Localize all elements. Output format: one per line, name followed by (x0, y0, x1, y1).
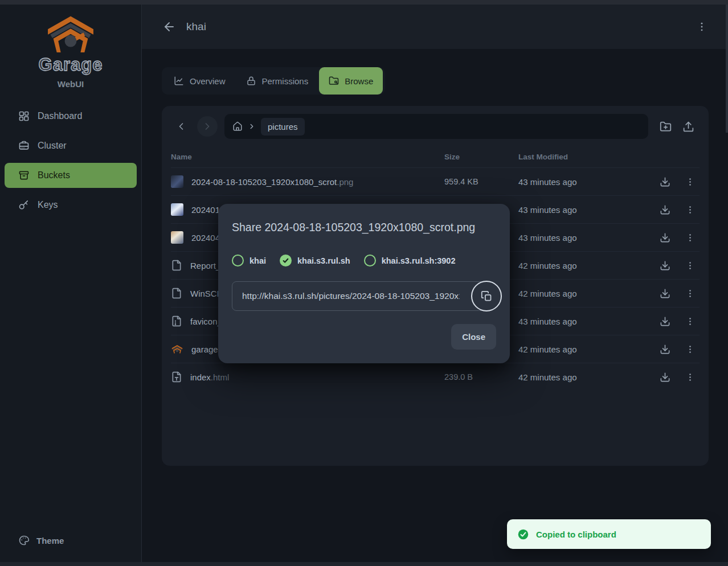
download-button[interactable] (655, 311, 674, 331)
sidebar-nav: Dashboard Cluster Buckets Keys (0, 104, 141, 218)
radio-icon[interactable] (232, 255, 244, 266)
row-menu-button[interactable] (680, 256, 700, 275)
palette-icon (18, 535, 30, 546)
scrollbar-thumb[interactable] (726, 5, 728, 133)
window-top-edge (0, 0, 728, 5)
download-button[interactable] (655, 172, 674, 191)
sidebar-item-keys[interactable]: Keys (5, 192, 137, 218)
download-button[interactable] (655, 200, 674, 219)
history-back-button[interactable] (171, 116, 191, 137)
download-button[interactable] (655, 339, 674, 359)
file-modified: 43 minutes ago (518, 177, 655, 187)
column-size: Size (444, 153, 518, 161)
toast-notification: Copied to clipboard (507, 519, 711, 549)
download-icon (660, 372, 670, 383)
radio-icon[interactable] (364, 255, 376, 266)
tab-overview[interactable]: Overview (164, 67, 235, 95)
theme-button[interactable]: Theme (0, 528, 141, 553)
tab-label: Permissions (262, 76, 309, 86)
sidebar-item-label: Buckets (38, 170, 70, 181)
domain-option-label: khai (250, 256, 266, 265)
row-menu-button[interactable] (680, 367, 700, 387)
download-button[interactable] (655, 256, 674, 275)
share-dialog: Share 2024-08-18-105203_1920x1080_scrot.… (218, 204, 510, 363)
sidebar-item-buckets[interactable]: Buckets (5, 163, 137, 188)
image-dark-thumbnail (171, 175, 183, 188)
share-url-input[interactable] (232, 281, 485, 311)
download-button[interactable] (655, 367, 674, 387)
file-modified: 43 minutes ago (518, 233, 655, 243)
copy-icon (481, 290, 493, 302)
table-row[interactable]: 2024-08-18-105203_1920x1080_scrot.png959… (171, 167, 700, 195)
close-button[interactable]: Close (451, 324, 496, 350)
kebab-menu-icon (685, 317, 695, 326)
download-icon (660, 232, 670, 243)
breadcrumb-folder[interactable]: pictures (261, 118, 305, 136)
page-menu-button[interactable] (696, 21, 707, 32)
breadcrumb: pictures (224, 114, 648, 139)
kebab-menu-icon (696, 21, 707, 32)
row-menu-button[interactable] (680, 228, 700, 247)
domain-option-label: khai.s3.rul.sh (297, 256, 350, 265)
breadcrumb-separator-icon (248, 122, 256, 130)
file-name: 2024-08-18-105203_1920x1080_scrot.png (191, 177, 353, 187)
tab-browse[interactable]: Browse (319, 67, 383, 95)
back-button[interactable] (162, 20, 176, 34)
domain-option-khai-s3[interactable]: khai.s3.rul.sh (280, 255, 350, 266)
file-name-cell[interactable]: 2024-08-18-105203_1920x1080_scrot.png (171, 175, 444, 188)
row-menu-button[interactable] (680, 284, 700, 303)
cluster-icon (18, 140, 30, 151)
share-dialog-title: Share 2024-08-18-105203_1920x1080_scrot.… (232, 221, 496, 234)
sidebar-item-cluster[interactable]: Cluster (5, 133, 137, 158)
radio-checked-icon[interactable] (280, 255, 292, 266)
row-menu-button[interactable] (680, 339, 700, 359)
new-folder-button[interactable] (654, 115, 677, 138)
tab-label: Overview (190, 76, 226, 86)
file-modified: 42 minutes ago (518, 372, 655, 382)
file-size: 959.4 KB (444, 177, 518, 186)
download-icon (660, 288, 670, 299)
kebab-menu-icon (685, 372, 695, 382)
file-icon (171, 260, 182, 271)
file-modified: 43 minutes ago (518, 317, 655, 326)
browser-toolbar: pictures (171, 114, 700, 139)
file-name: index.html (190, 372, 229, 382)
file-name-cell[interactable]: index.html (171, 371, 444, 383)
kebab-menu-icon (685, 177, 695, 187)
theme-label: Theme (36, 536, 64, 546)
download-icon (660, 344, 670, 355)
image-cool-thumbnail (171, 203, 183, 216)
history-forward-button[interactable] (197, 116, 218, 137)
page-title: khai (186, 20, 206, 33)
domain-option-label: khai.s3.rul.sh:3902 (382, 256, 456, 265)
row-menu-button[interactable] (680, 172, 700, 191)
download-button[interactable] (655, 284, 674, 303)
keys-icon (18, 199, 30, 211)
download-button[interactable] (655, 228, 674, 247)
table-header: Name Size Last Modified (171, 146, 700, 167)
garage-logo-thumbnail (171, 343, 183, 355)
row-menu-button[interactable] (680, 311, 700, 331)
copy-url-button[interactable] (471, 281, 502, 311)
file-type-icon (171, 371, 182, 383)
sidebar-item-dashboard[interactable]: Dashboard (5, 104, 137, 129)
kebab-menu-icon (685, 261, 695, 270)
domain-option-khai-s3-3902[interactable]: khai.s3.rul.sh:3902 (364, 255, 456, 266)
domain-option-khai[interactable]: khai (232, 255, 266, 266)
table-row[interactable]: index.html239.0 B42 minutes ago (171, 363, 700, 391)
row-menu-button[interactable] (680, 200, 700, 219)
toast-message: Copied to clipboard (536, 530, 616, 539)
sidebar: Garage WebUI Dashboard Cluster Buckets (0, 5, 142, 562)
download-icon (660, 204, 670, 215)
tab-permissions[interactable]: Permissions (236, 67, 318, 95)
download-icon (660, 316, 670, 327)
download-icon (660, 260, 670, 271)
kebab-menu-icon (685, 344, 695, 354)
share-url-row (232, 281, 496, 311)
home-icon[interactable] (232, 121, 243, 132)
buckets-icon (18, 170, 30, 181)
upload-button[interactable] (677, 115, 700, 138)
lock-icon (246, 76, 256, 86)
file-modified: 42 minutes ago (518, 344, 655, 354)
arrow-left-icon (162, 20, 176, 34)
